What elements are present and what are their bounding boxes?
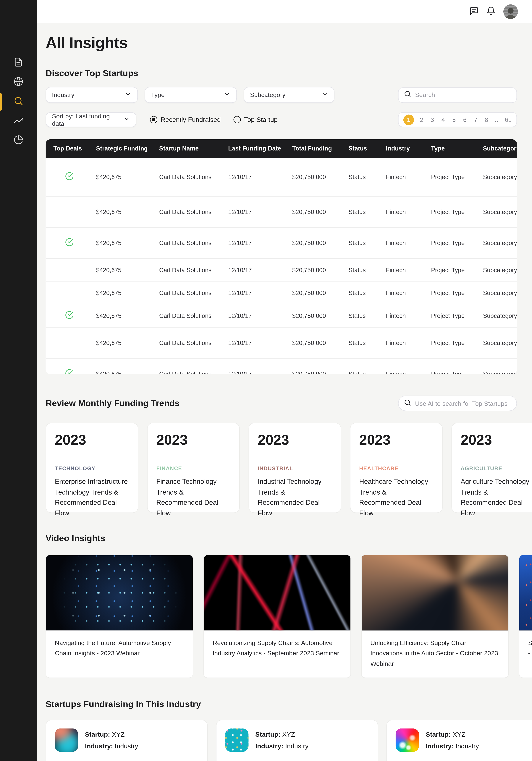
type-filter-dropdown[interactable]: Type — [145, 87, 237, 103]
industry-filter-label: Industry — [52, 91, 75, 98]
chat-icon[interactable] — [469, 6, 479, 17]
cell-status: Status — [349, 174, 386, 180]
table-row[interactable]: $420,675 Carl Data Solutions 12/10/17 $2… — [46, 227, 517, 258]
col-header-startup-name: Startup Name — [159, 145, 228, 152]
cell-startup-name: Carl Data Solutions — [159, 208, 228, 215]
startup-description: Lorem ipsum dolor sit amet consectetur. … — [55, 759, 199, 761]
user-avatar[interactable] — [503, 4, 518, 19]
table-header-row: Top Deals Strategic Funding Startup Name… — [46, 139, 517, 158]
table-row[interactable]: $420,675 Carl Data Solutions 12/10/17 $2… — [46, 158, 517, 196]
startup-label: Startup: — [85, 731, 110, 738]
radio-label: Top Startup — [244, 116, 278, 123]
industry-label: Industry: — [85, 742, 113, 750]
radio-label: Recently Fundraised — [161, 116, 221, 123]
startup-thumbnail-rainbow-bokeh — [396, 729, 419, 752]
cell-strategic-funding: $420,675 — [96, 289, 159, 296]
table-row[interactable]: $420,675 Carl Data Solutions 12/10/17 $2… — [46, 258, 517, 281]
startup-card[interactable]: Startup: XYZ Industry: Industry Lorem ip… — [386, 720, 532, 761]
sidebar-item-explore[interactable] — [0, 73, 37, 92]
pagination-page[interactable]: 4 — [440, 116, 447, 123]
pagination-page[interactable]: 5 — [450, 116, 457, 123]
startup-value: XYZ — [112, 731, 125, 738]
cell-status: Status — [349, 240, 386, 246]
cell-status: Status — [349, 312, 386, 319]
trend-category-badge: AGRICULTURE — [461, 465, 532, 471]
pagination-page[interactable]: 6 — [461, 116, 468, 123]
pagination-page[interactable]: 1 — [403, 114, 414, 125]
col-header-type: Type — [431, 145, 483, 152]
chevron-down-icon — [321, 91, 328, 99]
industry-filter-dropdown[interactable]: Industry — [46, 87, 138, 103]
col-header-industry: Industry — [386, 145, 431, 152]
cell-type: Project Type — [431, 174, 483, 180]
sidebar-item-trends[interactable] — [0, 112, 37, 131]
startup-cards-row: Startup: XYZ Industry: Industry Lorem ip… — [46, 720, 517, 761]
trend-year: 2023 — [461, 432, 532, 448]
table-row[interactable]: $420,675 Carl Data Solutions 12/10/17 $2… — [46, 281, 517, 304]
pagination-page[interactable]: ... — [494, 116, 501, 123]
pagination-page[interactable]: 3 — [429, 116, 436, 123]
cell-last-funding-date: 12/10/17 — [228, 266, 292, 273]
video-caption: Navigating the Future: Automotive Supply… — [46, 630, 193, 667]
cell-startup-name: Carl Data Solutions — [159, 266, 228, 273]
bell-icon[interactable] — [486, 6, 496, 17]
cell-type: Project Type — [431, 312, 483, 319]
startup-card[interactable]: Startup: XYZ Industry: Industry Lorem ip… — [46, 720, 208, 761]
sort-row: Sort by: Last funding data Recently Fund… — [46, 112, 517, 127]
pagination-page[interactable]: 61 — [505, 116, 512, 123]
trend-card[interactable]: 2023 HEALTHCARE Healthcare Technology Tr… — [350, 423, 443, 513]
sort-dropdown[interactable]: Sort by: Last funding data — [46, 112, 136, 127]
trend-card[interactable]: 2023 TECHNOLOGY Enterprise Infrastructur… — [46, 423, 139, 513]
trend-card[interactable]: 2023 FINANCE Finance Technology Trends &… — [147, 423, 240, 513]
type-filter-label: Type — [151, 91, 165, 98]
table-row[interactable]: $420,675 Carl Data Solutions 12/10/17 $2… — [46, 327, 517, 358]
startup-value: XYZ — [453, 731, 465, 738]
subcategory-filter-dropdown[interactable]: Subcategory — [244, 87, 334, 103]
ai-search-input[interactable] — [415, 400, 511, 407]
active-indicator — [0, 93, 2, 111]
radio-top-startup[interactable]: Top Startup — [233, 116, 278, 123]
cell-subcategory: Subcategory — [483, 174, 517, 180]
cell-total-funding: $20,750,000 — [292, 208, 349, 215]
cell-subcategory: Subcategory — [483, 289, 517, 296]
cell-total-funding: $20,750,000 — [292, 289, 349, 296]
pagination-page[interactable]: 8 — [483, 116, 490, 123]
cell-status: Status — [349, 266, 386, 273]
video-card[interactable]: Revolutionizing Supply Chains: Automotiv… — [204, 555, 351, 678]
radio-recently-fundraised[interactable]: Recently Fundraised — [150, 116, 221, 123]
cell-last-funding-date: 12/10/17 — [228, 289, 292, 296]
cell-subcategory: Subcategory — [483, 339, 517, 346]
table-row[interactable]: $420,675 Carl Data Solutions 12/10/17 $2… — [46, 196, 517, 227]
top-deal-check-icon — [65, 369, 74, 374]
startup-card[interactable]: Startup: XYZ Industry: Industry Lorem ip… — [216, 720, 378, 761]
table-row[interactable]: $420,675 Carl Data Solutions 12/10/17 $2… — [46, 358, 517, 374]
pagination-page[interactable]: 7 — [472, 116, 479, 123]
search-input[interactable] — [415, 91, 511, 98]
sidebar-item-documents[interactable] — [0, 53, 37, 73]
cell-status: Status — [349, 289, 386, 296]
table-row[interactable]: $420,675 Carl Data Solutions 12/10/17 $2… — [46, 304, 517, 327]
cell-industry: Fintech — [386, 174, 431, 180]
cell-subcategory: Subcategory — [483, 208, 517, 215]
app-window: All Insights Discover Top Startups Indus… — [0, 0, 532, 761]
video-card[interactable]: Navigating the Future: Automotive Supply… — [46, 555, 193, 678]
search-icon — [404, 399, 411, 408]
cell-type: Project Type — [431, 371, 483, 374]
sidebar-item-analytics[interactable] — [0, 131, 37, 150]
cell-last-funding-date: 12/10/17 — [228, 240, 292, 246]
cell-total-funding: $20,750,000 — [292, 266, 349, 273]
trend-title: Healthcare Technology Trends & Recommend… — [359, 477, 434, 519]
industry-value: Industry — [456, 742, 479, 750]
cell-total-funding: $20,750,000 — [292, 339, 349, 346]
trend-year: 2023 — [156, 432, 231, 448]
col-header-subcategory: Subcategory — [483, 145, 517, 152]
trend-card[interactable]: 2023 INDUSTRIAL Industrial Technology Tr… — [249, 423, 341, 513]
video-card[interactable]: Unlocking Efficiency: Supply Chain Innov… — [361, 555, 508, 678]
trend-card[interactable]: 2023 AGRICULTURE Agriculture Technology … — [451, 423, 532, 513]
trend-title: Finance Technology Trends & Recommended … — [156, 477, 231, 519]
pagination-page[interactable]: 2 — [418, 116, 425, 123]
video-card[interactable]: Sup - S — [519, 555, 532, 678]
sidebar-item-search-insights[interactable] — [0, 92, 37, 111]
video-caption: Revolutionizing Supply Chains: Automotiv… — [204, 630, 350, 667]
cell-industry: Fintech — [386, 208, 431, 215]
